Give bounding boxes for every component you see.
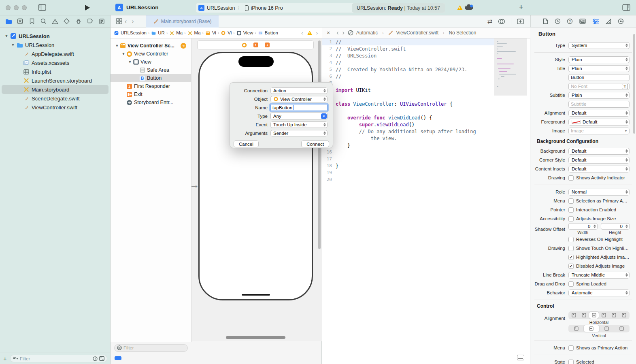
segment-0[interactable]	[569, 325, 584, 332]
connect-button[interactable]: Connect	[301, 140, 329, 147]
breadcrumb-item[interactable]: URLSession	[114, 30, 147, 36]
selection-as-primary-acti--checkbox[interactable]: Selection as Primary Acti...	[568, 198, 630, 204]
segment-3[interactable]	[599, 312, 609, 319]
swap-editor-icon[interactable]: ⇄	[487, 18, 492, 25]
breadcrumb-item[interactable]: Ma	[169, 30, 183, 36]
source-control-filter-icon[interactable]	[99, 356, 104, 361]
navigator-tab-tests-icon[interactable]	[62, 18, 71, 24]
editor-options-icon[interactable]	[498, 19, 505, 24]
code-line[interactable]: 15 }	[322, 142, 494, 149]
content-insets-select[interactable]: Default	[568, 166, 630, 172]
cloud-status-icon[interactable]	[465, 4, 474, 11]
inspector-tab-identity-icon[interactable]	[579, 19, 586, 24]
navigator-tab-reports-icon[interactable]	[97, 19, 106, 24]
behavior-select[interactable]: Automatic	[568, 289, 630, 296]
name-input[interactable]: tapButton	[270, 104, 328, 111]
segment-2[interactable]	[599, 325, 614, 332]
code-line[interactable]: 1//	[322, 38, 494, 45]
segment-1[interactable]	[579, 312, 589, 319]
editor-back-icon[interactable]: ‹	[336, 29, 339, 36]
scheme-device-label[interactable]: iPhone 16 Pro	[251, 5, 283, 11]
breadcrumb-item[interactable]: Vi	[221, 30, 232, 36]
code-line[interactable]: 2// ViewController.swift	[322, 45, 494, 52]
navigator-filter-field[interactable]: Filter	[10, 355, 107, 362]
code-line[interactable]: 6//	[322, 73, 494, 80]
tab-main-storyboard[interactable]: Main.storyboard (Base)	[146, 15, 219, 28]
button-field[interactable]: Button	[568, 74, 630, 81]
outline-row-exit[interactable]: Exit	[111, 90, 191, 98]
scheme-selector[interactable]: A URLSession 〉 iPhone 16 Pro URLSession:…	[196, 3, 445, 13]
editor-forward-icon[interactable]: ›	[342, 29, 345, 36]
type-select[interactable]: System	[568, 42, 630, 49]
outline-toggle-indicator[interactable]	[115, 356, 121, 360]
outline-row-safe-area[interactable]: Safe Area	[111, 66, 191, 74]
related-items-icon[interactable]	[116, 18, 122, 24]
segment-3[interactable]	[614, 325, 629, 332]
breadcrumb-item[interactable]: Vi	[205, 30, 216, 36]
shows-activity-indicator-checkbox[interactable]: Shows Activity Indicator	[568, 175, 630, 181]
code-line[interactable]: 17	[322, 155, 494, 162]
editor-minimap[interactable]	[494, 38, 526, 364]
file-row-main-storyboard[interactable]: Main.storyboard	[2, 85, 108, 94]
file-row-urlsession[interactable]: ▼URLSession	[2, 32, 108, 40]
jumpbar-mode[interactable]: Automatic	[356, 30, 378, 36]
breadcrumb-item[interactable]: UR	[151, 30, 165, 36]
segment-1[interactable]	[584, 325, 599, 332]
close-editor-icon[interactable]: ×	[327, 30, 330, 36]
breadcrumb-warning-icon[interactable]	[307, 31, 312, 35]
code-line[interactable]: 4//	[322, 59, 494, 66]
segment-4[interactable]	[609, 312, 619, 319]
run-button[interactable]	[85, 5, 90, 11]
code-line[interactable]: 7	[322, 80, 494, 87]
shows-as-primary-action-checkbox[interactable]: Shows as Primary Action	[568, 345, 630, 351]
file-row-scenedelegate-swift[interactable]: SceneDelegate.swift	[2, 94, 108, 103]
code-line[interactable]: 11	[322, 107, 494, 114]
navigator-tab-project-icon[interactable]	[4, 19, 13, 24]
font-picker-icon[interactable]: T	[622, 84, 628, 89]
title-select[interactable]: Plain	[568, 65, 630, 72]
arguments-select[interactable]: Sender	[270, 130, 328, 136]
inspector-tab-quick-help-icon[interactable]: ?	[567, 18, 573, 24]
disclosure-icon[interactable]: ▼	[11, 43, 15, 47]
source-code-area[interactable]: 1//2// ViewController.swift3// URLSessio…	[322, 38, 494, 364]
file-row-info-plist[interactable]: Info.plist	[2, 67, 108, 76]
segment-0[interactable]	[569, 312, 579, 319]
navigator-tab-source-control-icon[interactable]	[16, 18, 25, 24]
reverses-on-highlight-checkbox[interactable]: Reverses On Highlight	[568, 237, 630, 242]
cancel-button[interactable]: Cancel	[234, 140, 259, 147]
back-icon[interactable]: ‹	[122, 18, 129, 25]
toggle-left-sidebar-icon[interactable]	[38, 4, 46, 11]
shadow-width-field[interactable]: 0	[568, 223, 598, 230]
style-select[interactable]: Plain	[568, 56, 630, 63]
segment-2[interactable]	[589, 312, 599, 319]
breadcrumb-item[interactable]: View	[236, 30, 253, 36]
navigator-tab-breakpoints-icon[interactable]	[85, 19, 94, 24]
breadcrumb-item[interactable]: Ma	[187, 30, 201, 36]
code-line[interactable]: 3// URLSession	[322, 52, 494, 59]
shadow-height-field[interactable]: 0	[601, 223, 630, 230]
text-field[interactable]: Subtitle	[568, 101, 630, 108]
corner-style-select[interactable]: Default	[568, 157, 630, 164]
spring-loaded-checkbox[interactable]: Spring Loaded	[568, 281, 630, 287]
goto-scene-icon[interactable]: ➜	[181, 43, 186, 49]
add-toolbar-button[interactable]: +	[519, 3, 523, 12]
file-row-appdelegate-swift[interactable]: AppDelegate.swift	[2, 49, 108, 58]
disabled-adjusts-image-checkbox[interactable]: ✓Disabled Adjusts Image	[568, 264, 630, 269]
interaction-enabled-checkbox[interactable]: Interaction Enabled	[568, 207, 630, 213]
code-line[interactable]: 20	[322, 176, 494, 183]
chevron-down-icon[interactable]: ▼	[624, 129, 627, 133]
recent-files-icon[interactable]	[93, 356, 98, 361]
code-line[interactable]: 13 super.viewDidLoad()	[322, 121, 494, 128]
code-line[interactable]: 12 override func viewDidLoad() {	[322, 114, 494, 121]
scene-vc-icon[interactable]	[242, 43, 247, 48]
shows-touch-on-highlight-checkbox[interactable]: Shows Touch On Highlight	[568, 246, 630, 251]
breadcrumb-back-icon[interactable]: ‹	[300, 30, 304, 36]
image-combo[interactable]: Image▼	[568, 128, 630, 134]
background-select[interactable]: Default	[568, 148, 630, 155]
code-line[interactable]: 10class ViewController: UIViewController…	[322, 100, 494, 107]
outline-row-view-controller-sc-[interactable]: ▼View Controller Sc...➜	[111, 42, 191, 50]
jumpbar-file[interactable]: ViewController.swift	[396, 30, 438, 36]
file-row-launchscreen-storyboard[interactable]: LaunchScreen.storyboard	[2, 76, 108, 85]
disclosure-icon[interactable]: ▼	[121, 52, 126, 56]
scheme-project-label[interactable]: URLSession	[207, 5, 235, 11]
